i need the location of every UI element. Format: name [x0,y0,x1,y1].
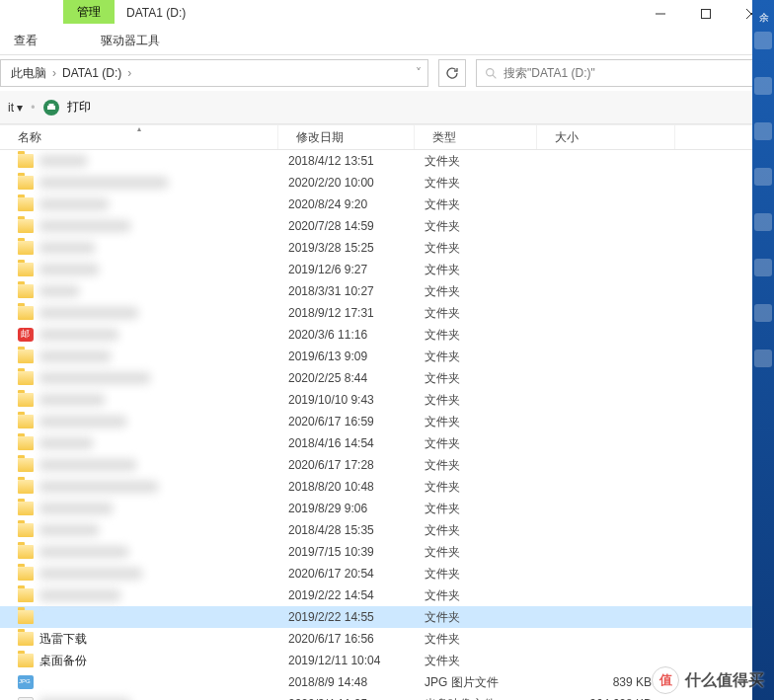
taskbar-icon[interactable] [754,77,772,95]
file-date: 2020/2/25 8:44 [278,371,415,385]
file-row[interactable]: 2019/2/22 14:54文件夹 [0,584,774,606]
file-row[interactable]: 2018/4/28 15:35文件夹 [0,519,774,541]
tab-drive-tools[interactable]: 驱动器工具 [87,33,174,49]
file-name [39,155,87,167]
ribbon-bar: 查看 驱动器工具 ? [0,28,774,55]
file-row[interactable]: 2020/7/28 14:59文件夹 [0,215,774,237]
file-name [39,568,142,580]
chevron-right-icon: › [125,66,133,80]
folder-icon [18,458,34,472]
file-type: 文件夹 [415,501,537,517]
print-icon [43,100,59,116]
file-row[interactable]: 2019/12/6 9:27文件夹 [0,259,774,280]
file-row[interactable]: 2020/8/24 9:20文件夹 [0,194,774,215]
file-row[interactable]: 2018/4/16 14:54文件夹 [0,432,774,454]
file-row[interactable]: 2018/9/12 17:31文件夹 [0,302,774,324]
file-row[interactable]: 2020/6/17 16:59文件夹 [0,411,774,432]
breadcrumb-drive[interactable]: DATA1 (D:) [58,66,125,80]
file-date: 2019/12/11 10:04 [278,654,415,667]
breadcrumb-pc[interactable]: 此电脑 [7,65,50,82]
folder-icon [18,263,34,276]
file-date: 2020/7/28 14:59 [278,219,415,233]
column-type[interactable]: 类型 [415,125,537,149]
folder-icon [18,154,34,168]
column-date[interactable]: 修改日期 [278,125,415,149]
file-date: 2018/4/16 14:54 [278,436,415,450]
file-name [39,437,93,449]
file-row[interactable]: 2019/8/29 9:06文件夹 [0,498,774,519]
file-row[interactable]: 2018/3/31 10:27文件夹 [0,280,774,302]
print-button[interactable]: 打印 [67,99,91,116]
folder-icon [18,632,34,646]
folder-icon [18,197,34,211]
minimize-button[interactable] [638,0,683,28]
taskbar-icon[interactable] [754,122,772,140]
file-row[interactable]: 2019/7/15 10:39文件夹 [0,541,774,563]
taskbar-icon[interactable] [754,213,772,231]
file-row[interactable]: 2020/2/20 10:00文件夹 [0,172,774,194]
tab-view[interactable]: 查看 [0,33,51,49]
file-row[interactable]: 2018/8/20 10:48文件夹 [0,476,774,498]
chevron-right-icon: › [50,66,58,80]
file-type: 文件夹 [415,240,537,257]
file-type: 文件夹 [415,566,537,583]
file-row[interactable]: 2019/2/22 14:55文件夹 [0,606,774,628]
folder-icon [18,588,34,602]
file-row[interactable]: 2019/6/13 9:09文件夹 [0,346,774,367]
folder-icon [18,545,34,559]
file-date: 2019/8/29 9:06 [278,502,415,515]
file-name [39,198,109,210]
column-size[interactable]: 大小 [537,125,675,149]
taskbar-icon[interactable] [754,350,772,367]
file-row[interactable]: 2020/2/25 8:44文件夹 [0,367,774,389]
column-headers: 名称▴ 修改日期 类型 大小 [0,124,774,150]
file-name [39,242,95,254]
file-type: 文件夹 [415,631,537,648]
folder-icon [18,176,34,190]
file-row[interactable]: 迅雷下载2020/6/17 16:56文件夹 [0,628,774,650]
column-name[interactable]: 名称▴ [0,125,278,149]
maximize-button[interactable] [683,0,729,28]
refresh-button[interactable] [438,59,466,87]
file-name [39,177,168,189]
taskbar-icon[interactable] [754,304,772,322]
sort-asc-icon: ▴ [137,124,141,133]
taskbar-icon[interactable] [754,32,772,49]
file-name [39,285,79,297]
chevron-down-icon[interactable]: ˅ [416,66,422,80]
file-date: 2019/12/6 9:27 [278,263,415,276]
toolbar-dropdown[interactable]: it ▾ [8,101,23,115]
file-name [39,220,130,232]
taskbar-icon[interactable] [754,259,772,276]
file-date: 2018/4/12 13:51 [278,154,415,168]
search-input[interactable]: 搜索"DATA1 (D:)" [476,59,762,87]
file-name [39,503,113,514]
file-date: 2019/7/15 10:39 [278,545,415,559]
file-row[interactable]: 2020/3/4 11:05光盘映像文件964,608 KB [0,693,774,700]
file-row[interactable]: 2020/6/17 17:28文件夹 [0,454,774,476]
file-date: 2019/2/22 14:54 [278,588,415,602]
file-row[interactable]: 2019/10/10 9:43文件夹 [0,389,774,411]
file-date: 2018/3/31 10:27 [278,284,415,298]
ribbon-tab-manage[interactable]: 管理 [63,0,115,24]
file-row[interactable]: 2020/3/6 11:16文件夹 [0,324,774,346]
file-type: 文件夹 [415,305,537,322]
folder-icon [18,350,34,363]
file-date: 2018/4/28 15:35 [278,523,415,537]
watermark: 值 什么值得买 [652,666,764,694]
file-name [39,481,158,493]
file-date: 2018/8/20 10:48 [278,480,415,494]
breadcrumb[interactable]: 此电脑 › DATA1 (D:) › ˅ [0,59,428,87]
taskbar-icon[interactable] [754,168,772,186]
file-date: 2020/3/6 11:16 [278,328,415,342]
file-type: 光盘映像文件 [415,696,537,701]
file-type: 文件夹 [415,544,537,561]
file-type: 文件夹 [415,175,537,192]
file-type: 文件夹 [415,435,537,452]
file-date: 2019/2/22 14:55 [278,610,415,624]
file-row[interactable]: 2018/4/12 13:51文件夹 [0,150,774,172]
folder-icon [18,241,34,255]
file-row[interactable]: 2019/3/28 15:25文件夹 [0,237,774,259]
file-row[interactable]: 2020/6/17 20:54文件夹 [0,563,774,584]
file-name: 桌面备份 [39,653,87,669]
